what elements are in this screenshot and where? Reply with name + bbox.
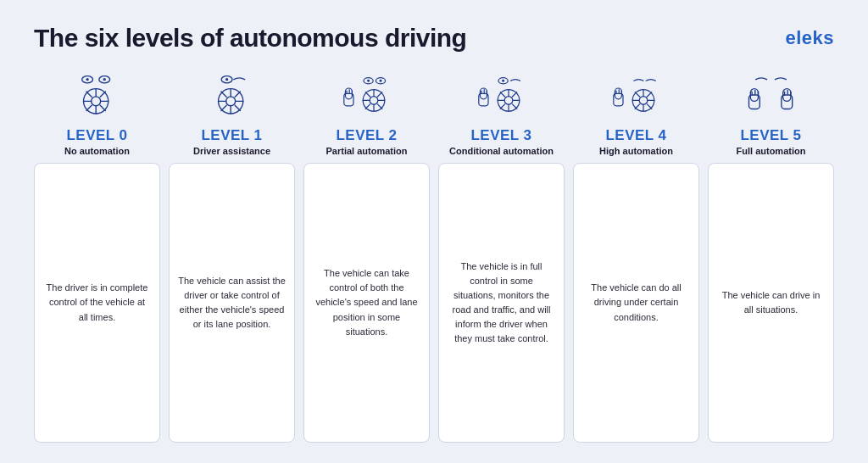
level-0-sublabel: No automation <box>64 146 130 156</box>
level-3-column: LEVEL 3 Conditional automation The vehic… <box>438 68 565 443</box>
svg-line-41 <box>365 92 370 97</box>
level-4-card: The vehicle can do all driving under cer… <box>573 163 699 443</box>
level-0-card: The driver is in complete control of the… <box>34 163 160 443</box>
svg-line-13 <box>86 105 91 110</box>
levels-container: LEVEL 0 No automation The driver is in c… <box>34 68 834 443</box>
svg-point-53 <box>504 97 513 105</box>
level-2-card: The vehicle can take control of both the… <box>303 163 430 443</box>
level-0-label: LEVEL 0 <box>66 127 127 144</box>
svg-point-29 <box>379 80 381 82</box>
svg-line-25 <box>220 105 225 110</box>
svg-line-74 <box>647 104 651 109</box>
level-5-sublabel: Full automation <box>737 146 806 156</box>
svg-line-11 <box>100 105 105 110</box>
level-5-icon <box>744 68 798 122</box>
svg-line-59 <box>512 104 516 109</box>
level-1-sublabel: Driver assistance <box>193 146 270 156</box>
svg-point-68 <box>639 97 648 105</box>
svg-point-1 <box>86 78 88 81</box>
level-5-column: LEVEL 5 Full automation The vehicle can … <box>708 68 834 443</box>
svg-point-17 <box>225 97 235 106</box>
svg-line-10 <box>86 92 91 97</box>
level-1-label: LEVEL 1 <box>201 127 262 144</box>
svg-point-3 <box>103 78 105 81</box>
level-1-description: The vehicle can assist the driver or tak… <box>178 274 286 332</box>
svg-point-15 <box>225 78 227 81</box>
level-3-card: The vehicle is in full control in some s… <box>438 163 565 443</box>
level-5-card: The vehicle can drive in all situations. <box>708 163 834 443</box>
svg-line-75 <box>647 92 651 97</box>
level-5-label: LEVEL 5 <box>740 127 801 144</box>
svg-line-60 <box>512 92 516 97</box>
level-1-icon <box>205 68 259 122</box>
svg-line-76 <box>635 104 639 109</box>
level-4-icon <box>609 68 664 122</box>
page-title: The six levels of autonomous driving <box>34 24 466 53</box>
level-2-sublabel: Partial automation <box>326 146 408 156</box>
level-2-description: The vehicle can take control of both the… <box>313 266 420 338</box>
svg-line-12 <box>100 92 105 97</box>
level-4-description: The vehicle can do all driving under cer… <box>582 281 690 324</box>
svg-line-24 <box>235 92 240 97</box>
level-0-icon <box>70 68 125 122</box>
svg-line-61 <box>500 104 504 109</box>
svg-point-36 <box>370 97 378 105</box>
level-0-column: LEVEL 0 No automation The driver is in c… <box>34 68 160 443</box>
svg-line-73 <box>635 92 639 97</box>
svg-line-22 <box>220 92 225 97</box>
level-1-column: LEVEL 1 Driver assistance The vehicle ca… <box>169 68 295 443</box>
level-4-label: LEVEL 4 <box>605 127 666 144</box>
level-2-label: LEVEL 2 <box>336 127 397 144</box>
level-2-icon <box>340 68 394 122</box>
svg-line-58 <box>500 92 504 97</box>
level-3-sublabel: Conditional automation <box>449 146 554 156</box>
level-3-description: The vehicle is in full control in some s… <box>448 259 555 346</box>
level-1-card: The vehicle can assist the driver or tak… <box>169 163 295 443</box>
svg-point-27 <box>367 80 370 82</box>
level-0-description: The driver is in complete control of the… <box>43 281 151 324</box>
level-3-icon <box>475 68 529 122</box>
svg-line-42 <box>377 104 381 109</box>
brand-logo: eleks <box>785 27 834 49</box>
level-3-label: LEVEL 3 <box>470 127 531 144</box>
svg-point-46 <box>502 80 504 82</box>
svg-line-43 <box>377 92 381 97</box>
level-5-description: The vehicle can drive in all situations. <box>717 288 825 317</box>
svg-line-44 <box>365 104 370 109</box>
level-4-sublabel: High automation <box>599 146 673 156</box>
svg-line-23 <box>235 105 240 110</box>
level-2-column: LEVEL 2 Partial automation The vehicle c… <box>303 68 430 443</box>
level-4-column: LEVEL 4 High automation The vehicle can … <box>573 68 699 443</box>
svg-point-5 <box>91 97 100 106</box>
